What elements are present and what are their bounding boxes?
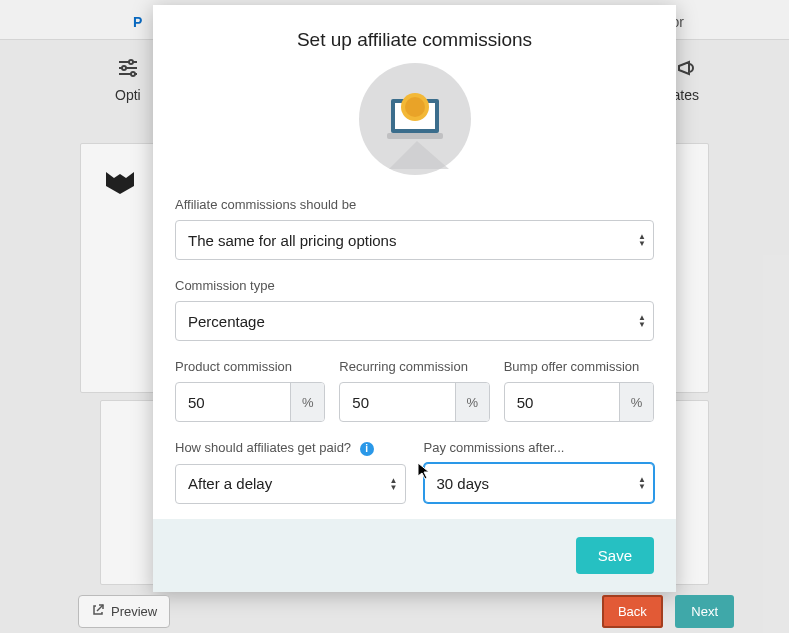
- product-commission-input[interactable]: [176, 394, 290, 411]
- paid-method-select[interactable]: After a delay ▲▼: [175, 464, 406, 504]
- info-icon[interactable]: i: [360, 442, 374, 456]
- scope-select[interactable]: The same for all pricing options ▲▼: [175, 220, 654, 260]
- select-arrows-icon: ▲▼: [631, 476, 653, 490]
- percent-suffix: %: [290, 383, 324, 421]
- delay-label: Pay commissions after...: [424, 440, 655, 455]
- preview-button-label: Preview: [111, 604, 157, 619]
- recurring-commission-input-wrap: %: [339, 382, 489, 422]
- bump-commission-input[interactable]: [505, 394, 619, 411]
- scope-label: Affiliate commissions should be: [175, 197, 654, 212]
- scope-value: The same for all pricing options: [176, 232, 631, 249]
- bump-commission-input-wrap: %: [504, 382, 654, 422]
- paid-method-label-text: How should affiliates get paid?: [175, 440, 351, 455]
- svg-rect-9: [387, 133, 443, 139]
- save-button[interactable]: Save: [576, 537, 654, 574]
- delay-select[interactable]: 30 days ▲▼: [424, 463, 655, 503]
- modal-footer: Save: [153, 519, 676, 592]
- bump-commission-label: Bump offer commission: [504, 359, 654, 374]
- preview-button[interactable]: Preview: [78, 595, 170, 628]
- back-button[interactable]: Back: [602, 595, 663, 628]
- select-arrows-icon: ▲▼: [631, 314, 653, 328]
- type-label: Commission type: [175, 278, 654, 293]
- product-commission-label: Product commission: [175, 359, 325, 374]
- percent-suffix: %: [455, 383, 489, 421]
- commission-illustration: [175, 63, 654, 175]
- select-arrows-icon: ▲▼: [631, 233, 653, 247]
- delay-value: 30 days: [425, 475, 632, 492]
- recurring-commission-label: Recurring commission: [339, 359, 489, 374]
- affiliate-commissions-modal: Set up affiliate commissions Affiliate c…: [153, 5, 676, 592]
- bottom-action-bar: Preview Back Next: [78, 595, 734, 628]
- select-arrows-icon: ▲▼: [383, 477, 405, 491]
- next-button[interactable]: Next: [675, 595, 734, 628]
- paid-method-value: After a delay: [176, 475, 383, 492]
- percent-suffix: %: [619, 383, 653, 421]
- modal-title: Set up affiliate commissions: [175, 29, 654, 51]
- paid-method-label: How should affiliates get paid? i: [175, 440, 406, 456]
- type-select[interactable]: Percentage ▲▼: [175, 301, 654, 341]
- svg-point-11: [405, 97, 425, 117]
- recurring-commission-input[interactable]: [340, 394, 454, 411]
- type-value: Percentage: [176, 313, 631, 330]
- external-link-icon: [91, 603, 105, 620]
- product-commission-input-wrap: %: [175, 382, 325, 422]
